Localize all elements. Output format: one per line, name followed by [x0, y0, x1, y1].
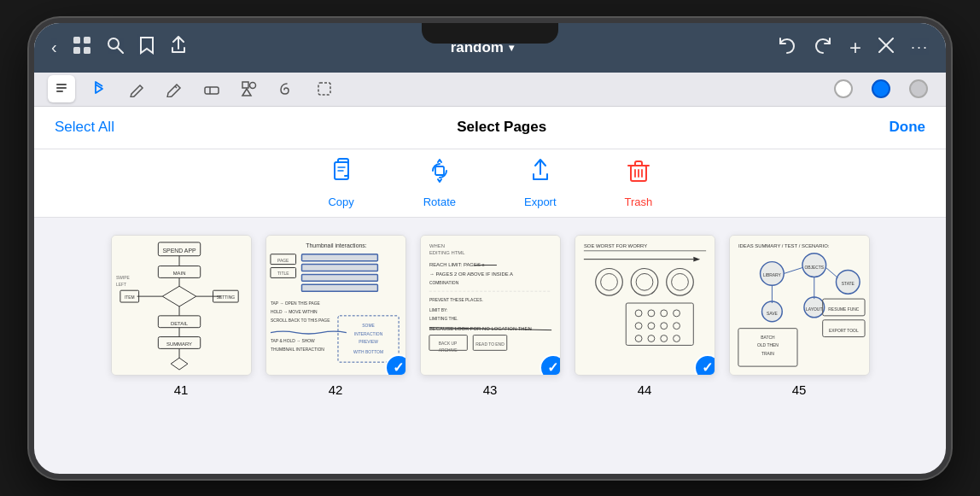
- page-thumb-44: SOE WORST FOR WORRY: [575, 235, 715, 376]
- svg-point-4: [108, 38, 119, 49]
- page-item-42[interactable]: Thumbnail interactions: PAGE TITLE TAP →…: [265, 235, 406, 397]
- svg-point-15: [250, 83, 256, 89]
- svg-text:→ PAGES 2 OR ABOVE IF INSIDE A: → PAGES 2 OR ABOVE IF INSIDE A: [429, 271, 512, 277]
- svg-text:MAIN: MAIN: [172, 271, 185, 276]
- svg-rect-55: [301, 274, 377, 281]
- tool-color-white[interactable]: [830, 75, 857, 102]
- svg-text:TAP → OPEN THIS PAGE: TAP → OPEN THIS PAGE: [270, 301, 320, 306]
- page-thumb-41: SPEND APP MAIN ITEM SETTING: [111, 235, 252, 376]
- search-icon[interactable]: [107, 37, 124, 58]
- svg-text:SCROLL BACK TO THIS PAGE: SCROLL BACK TO THIS PAGE: [270, 318, 330, 322]
- svg-text:EDITING HTML: EDITING HTML: [429, 249, 464, 254]
- tool-pencil[interactable]: [123, 75, 150, 102]
- toolbar-secondary: [34, 73, 946, 107]
- page-number-45: 45: [792, 382, 807, 397]
- svg-text:LEFT: LEFT: [115, 283, 125, 287]
- svg-text:TAP & HOLD → SHOW: TAP & HOLD → SHOW: [270, 339, 314, 343]
- back-button[interactable]: ‹: [51, 38, 57, 57]
- chevron-down-icon: ▾: [509, 42, 514, 54]
- more-button[interactable]: ···: [911, 38, 929, 56]
- rotate-label: Rotate: [423, 195, 456, 208]
- add-button[interactable]: +: [849, 36, 861, 60]
- share-icon[interactable]: [170, 36, 187, 59]
- svg-rect-8: [56, 84, 67, 85]
- copy-action[interactable]: Copy: [328, 157, 355, 208]
- svg-text:INTERACTION: INTERACTION: [353, 331, 382, 336]
- copy-icon: [328, 157, 355, 190]
- tool-eraser[interactable]: [198, 75, 225, 102]
- select-all-button[interactable]: Select All: [55, 119, 114, 136]
- page-item-44[interactable]: SOE WORST FOR WORRY: [575, 235, 715, 397]
- svg-text:WHEN: WHEN: [429, 242, 444, 248]
- svg-text:SETTING: SETTING: [216, 295, 235, 300]
- svg-rect-67: [421, 236, 560, 375]
- top-bar-right: + ···: [778, 36, 929, 60]
- grid-view-button[interactable]: [73, 36, 91, 59]
- trash-action[interactable]: Trash: [625, 157, 653, 208]
- svg-text:SOME: SOME: [362, 323, 375, 327]
- svg-text:IDEAS SUMMARY / TEST / SCENARI: IDEAS SUMMARY / TEST / SCENARIO:: [738, 242, 829, 248]
- svg-rect-0: [73, 37, 80, 44]
- redo-button[interactable]: [814, 37, 832, 58]
- page-thumb-43: WHEN EDITING HTML REACH LIMIT: PAGES x →…: [420, 235, 561, 376]
- page-item-43[interactable]: WHEN EDITING HTML REACH LIMIT: PAGES x →…: [420, 235, 561, 397]
- page-thumb-45: IDEAS SUMMARY / TEST / SCENARIO: LIBRARY…: [729, 235, 870, 376]
- svg-rect-53: [301, 254, 377, 260]
- svg-text:LAYOUT: LAYOUT: [806, 306, 822, 311]
- svg-rect-54: [301, 264, 377, 271]
- svg-rect-16: [318, 83, 330, 95]
- page-item-45[interactable]: IDEAS SUMMARY / TEST / SCENARIO: LIBRARY…: [729, 235, 870, 397]
- svg-text:TITLE: TITLE: [277, 271, 289, 276]
- svg-text:SAVE: SAVE: [767, 311, 778, 315]
- svg-text:LIMITING THE.: LIMITING THE.: [429, 316, 458, 320]
- close-button[interactable]: [878, 38, 894, 57]
- tool-shapes[interactable]: [236, 75, 263, 102]
- svg-text:SOE   WORST FOR WORRY: SOE WORST FOR WORRY: [583, 242, 646, 248]
- svg-text:PREVENT THESE PLACES.: PREVENT THESE PLACES.: [429, 298, 482, 302]
- page-number-41: 41: [174, 382, 189, 397]
- export-action[interactable]: Export: [524, 157, 557, 208]
- svg-text:LIBRARY: LIBRARY: [762, 273, 781, 277]
- undo-button[interactable]: [778, 37, 796, 58]
- svg-line-5: [118, 48, 123, 53]
- tool-color-swatch[interactable]: [905, 75, 932, 102]
- svg-rect-18: [435, 166, 444, 175]
- done-button[interactable]: Done: [890, 119, 926, 136]
- svg-text:LIMIT BY:: LIMIT BY:: [429, 307, 447, 312]
- svg-text:HOLD → MOVE WITHIN: HOLD → MOVE WITHIN: [270, 309, 317, 313]
- trash-label: Trash: [625, 195, 653, 208]
- page-thumb-42: Thumbnail interactions: PAGE TITLE TAP →…: [265, 235, 406, 376]
- rotate-icon: [426, 157, 453, 190]
- svg-rect-10: [56, 90, 63, 92]
- svg-rect-12: [205, 87, 219, 94]
- actions-row: Copy Rotate Export: [34, 149, 946, 218]
- tool-lasso[interactable]: [273, 75, 300, 102]
- page-item-41[interactable]: SPEND APP MAIN ITEM SETTING: [111, 235, 252, 397]
- tool-pen[interactable]: [48, 75, 75, 102]
- select-pages-bar: Select All Select Pages Done: [34, 107, 946, 149]
- tool-color-blue[interactable]: [867, 75, 895, 102]
- svg-rect-3: [84, 47, 90, 54]
- export-icon: [527, 157, 554, 190]
- rotate-action[interactable]: Rotate: [423, 157, 456, 208]
- svg-text:OLD THEN: OLD THEN: [757, 343, 779, 347]
- svg-text:THUMBNAIL INTERACTION: THUMBNAIL INTERACTION: [270, 347, 324, 352]
- svg-text:SWIPE: SWIPE: [115, 276, 130, 280]
- svg-text:SPEND APP: SPEND APP: [162, 247, 196, 253]
- svg-rect-109: [730, 236, 869, 375]
- svg-text:OBJECTS: OBJECTS: [804, 265, 824, 269]
- svg-text:COMBINATION: COMBINATION: [429, 281, 458, 285]
- svg-text:ARCHIVE: ARCHIVE: [438, 348, 458, 353]
- bookmark-icon[interactable]: [139, 36, 155, 59]
- svg-text:WITH BOTTOM: WITH BOTTOM: [353, 350, 383, 354]
- tool-marker[interactable]: [160, 75, 188, 102]
- svg-text:READ TO END: READ TO END: [475, 342, 505, 347]
- tool-bluetooth[interactable]: [85, 75, 113, 102]
- svg-text:RESUME FUNC: RESUME FUNC: [828, 306, 860, 311]
- tool-select[interactable]: [311, 75, 338, 102]
- export-label: Export: [524, 195, 557, 208]
- svg-text:PAGE: PAGE: [277, 258, 289, 262]
- copy-label: Copy: [328, 195, 353, 208]
- svg-text:BATCH: BATCH: [761, 335, 775, 339]
- svg-text:REACH LIMIT: PAGES x: REACH LIMIT: PAGES x: [429, 261, 484, 266]
